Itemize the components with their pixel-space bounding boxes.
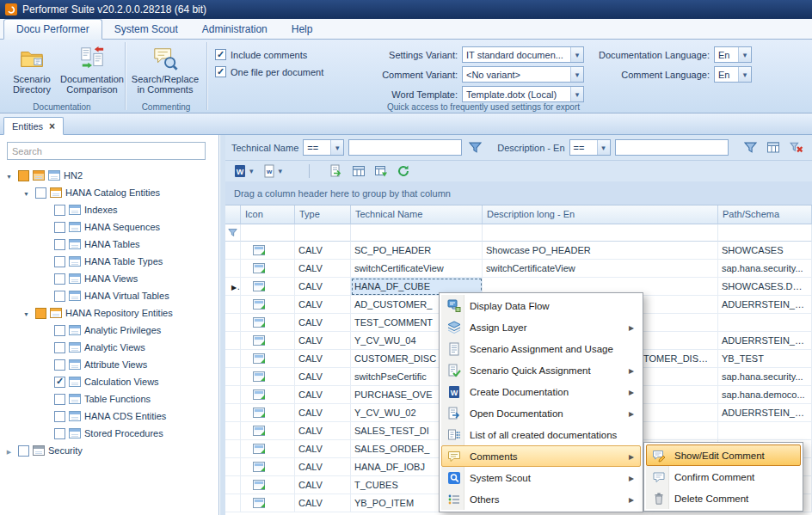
menu-item-display-data-flow[interactable]: Display Data Flow — [441, 295, 641, 316]
checkbox[interactable] — [54, 291, 65, 302]
tree-item-hana-views[interactable]: HANA Views — [0, 270, 218, 287]
tree-item-hana-virtual-tables[interactable]: HANA Virtual Tables — [0, 287, 218, 304]
menu-item-list-documentations[interactable]: List of all created documentations — [441, 424, 641, 445]
checkbox[interactable] — [35, 308, 46, 319]
expander-icon[interactable] — [21, 308, 32, 318]
checkbox[interactable] — [54, 359, 65, 371]
menu-item-scenario-quick-assignment[interactable]: Scenario Quick Assignment — [441, 359, 641, 381]
tree-item-analytic-privileges[interactable]: Analytic Privileges — [0, 322, 218, 339]
tab-administration[interactable]: Administration — [190, 20, 280, 39]
comment-language-select[interactable]: En — [714, 66, 752, 83]
submenu-item-show-edit-comment[interactable]: Show/Edit Comment — [646, 444, 801, 466]
submenu-item-confirm-comment[interactable]: Confirm Comment — [646, 466, 801, 487]
submenu-item-delete-comment[interactable]: Delete Comment — [646, 487, 801, 509]
chevron-down-icon[interactable] — [597, 140, 610, 155]
technical-name-operator-select[interactable]: == — [303, 139, 344, 156]
tree-item-hn2[interactable]: HN2 — [0, 167, 218, 184]
tab-entities[interactable]: Entities — [3, 117, 64, 135]
column-header-type[interactable]: Type — [295, 205, 351, 224]
checkbox[interactable] — [54, 205, 65, 216]
tree-item-stored-procedures[interactable]: Stored Procedures — [0, 425, 218, 442]
comment-variant-select[interactable]: <No variant> — [462, 66, 584, 83]
filter-menu-button[interactable] — [741, 139, 760, 156]
menu-item-others[interactable]: Others — [441, 488, 641, 510]
refresh-button[interactable] — [394, 162, 413, 180]
menu-item-open-documentation[interactable]: Open Documentation — [441, 402, 641, 424]
checkbox[interactable] — [18, 445, 29, 457]
edit-filter-button[interactable] — [466, 139, 484, 156]
search-input[interactable] — [7, 142, 206, 160]
column-header-description[interactable]: Description long - En — [483, 205, 718, 224]
tree-item-hana-table-types[interactable]: HANA Table Types — [0, 253, 218, 270]
table-row[interactable]: CALV switchCertificateView switchCertifi… — [225, 260, 812, 278]
menu-item-scenario-assignment-usage[interactable]: Scenario Assignment and Usage — [441, 338, 641, 359]
checkbox[interactable] — [54, 222, 65, 233]
table-row[interactable]: CALV SC_PO_HEADER Showcase PO_HEADER SHO… — [225, 242, 812, 260]
word-template-select[interactable]: Template.dotx (Local) — [462, 86, 584, 102]
checkbox[interactable] — [54, 273, 65, 285]
clear-filter-button[interactable] — [787, 139, 806, 156]
settings-variant-select[interactable]: IT standard documen... — [462, 46, 584, 63]
tab-docu-performer[interactable]: Docu Performer — [3, 19, 102, 40]
checkbox[interactable] — [54, 394, 65, 405]
checkbox[interactable] — [54, 411, 65, 422]
tree-item-hana-repository-entities[interactable]: HANA Repository Entities — [0, 304, 218, 322]
create-documentation-button[interactable]: W — [231, 162, 256, 180]
scenario-directory-button[interactable]: Scenario Directory — [2, 41, 62, 101]
tree-item-table-functions[interactable]: Table Functions — [0, 390, 218, 408]
tree-item-hana-cds-entities[interactable]: HANA CDS Entities — [0, 408, 218, 425]
filter-cell-icon[interactable] — [241, 224, 295, 242]
checkbox[interactable] — [54, 325, 65, 336]
checkbox[interactable] — [18, 170, 29, 181]
tree-item-calculation-views[interactable]: Calculation Views — [0, 373, 218, 390]
tree-item-hana-tables[interactable]: HANA Tables — [0, 236, 218, 253]
chevron-down-icon[interactable] — [738, 67, 751, 82]
tab-system-scout[interactable]: System Scout — [102, 20, 190, 39]
word-template-button[interactable]: w — [260, 162, 286, 180]
checkbox[interactable] — [54, 342, 65, 353]
tree-item-hana-catalog-entities[interactable]: HANA Catalog Entities — [0, 184, 218, 201]
table-view-button[interactable] — [349, 162, 368, 180]
checkbox[interactable] — [54, 239, 65, 250]
chevron-down-icon[interactable] — [330, 140, 343, 155]
column-header-path-schema[interactable]: Path/Schema — [718, 205, 812, 224]
checkbox[interactable] — [54, 428, 65, 439]
filter-cell-description[interactable] — [483, 224, 718, 242]
description-operator-select[interactable]: == — [569, 139, 611, 156]
menu-item-system-scout[interactable]: System Scout — [441, 467, 641, 488]
expander-icon[interactable] — [3, 170, 15, 181]
one-file-per-document-checkbox[interactable]: One file per document — [215, 66, 363, 77]
description-filter-input[interactable] — [615, 139, 729, 156]
filter-cell-technical-name[interactable] — [351, 224, 483, 242]
menu-item-create-documentation[interactable]: W Create Documentation — [441, 381, 641, 402]
menu-item-assign-layer[interactable]: Assign Layer — [441, 316, 641, 338]
chevron-down-icon[interactable] — [738, 47, 751, 62]
chevron-down-icon[interactable] — [570, 47, 583, 62]
chevron-down-icon[interactable] — [570, 67, 583, 82]
search-replace-comments-button[interactable]: Search/Replace in Comments — [128, 41, 202, 101]
column-header-icon[interactable]: Icon — [241, 205, 295, 224]
chevron-down-icon[interactable] — [570, 87, 583, 101]
technical-name-filter-input[interactable] — [348, 139, 462, 156]
filter-cell-type[interactable] — [295, 224, 351, 242]
checkbox[interactable] — [54, 256, 65, 267]
tree-item-security[interactable]: Security — [0, 442, 218, 459]
tree-item-analytic-views[interactable]: Analytic Views — [0, 339, 218, 356]
expander-icon[interactable] — [3, 445, 15, 456]
column-header-technical-name[interactable]: Technical Name — [351, 205, 483, 224]
filter-cell-path-schema[interactable] — [718, 224, 812, 242]
include-comments-checkbox[interactable]: Include comments — [215, 49, 363, 60]
documentation-language-select[interactable]: En — [714, 46, 752, 63]
table-export-button[interactable] — [372, 162, 391, 180]
tree-item-hana-sequences[interactable]: HANA Sequences — [0, 218, 218, 236]
expander-icon[interactable] — [21, 187, 32, 198]
checkbox[interactable] — [35, 187, 46, 199]
menu-item-comments[interactable]: Comments — [441, 445, 641, 467]
column-chooser-button[interactable] — [764, 139, 783, 156]
group-by-bar[interactable]: Drag a column header here to group by th… — [225, 181, 812, 205]
tree-item-indexes[interactable]: Indexes — [0, 201, 218, 218]
close-icon[interactable] — [49, 122, 55, 131]
export-documentation-button[interactable] — [327, 162, 346, 180]
tab-help[interactable]: Help — [280, 20, 325, 39]
tree-item-attribute-views[interactable]: Attribute Views — [0, 356, 218, 373]
